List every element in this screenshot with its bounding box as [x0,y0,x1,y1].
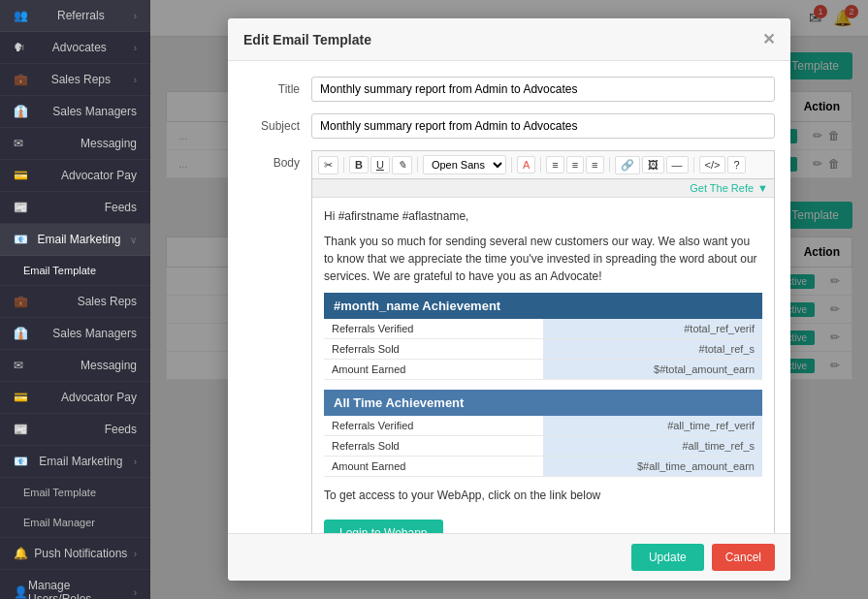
toolbar-indent[interactable]: ≡ [586,156,603,173]
modal-overlay: Edit Email Template ✕ Title Subject Body [150,0,868,599]
row-value: #total_ref_s [543,339,762,360]
sidebar-item-advocates[interactable]: 🗣 Advocates › [0,32,150,64]
title-field-row: Title [243,77,775,102]
edit-email-template-modal: Edit Email Template ✕ Title Subject Body [228,18,790,581]
toolbar-font-color[interactable]: A [517,156,535,173]
main-content: ✉ 1 🔔 2 Add Email Template Status Action… [150,0,868,599]
toolbar-bold[interactable]: B [349,156,369,173]
alltime-achievement-section: All Time Achievement Referrals Verified … [324,390,762,477]
webapp-text: To get access to your WebApp, click on t… [324,487,762,504]
toolbar-scissors[interactable]: ✂ [318,156,338,174]
sidebar-item-label: Advocator Pay [61,391,137,404]
toolbar-image[interactable]: 🖼 [642,156,664,173]
sidebar-item-label: Sales Reps [51,73,111,86]
close-button[interactable]: ✕ [762,30,775,48]
title-input[interactable] [311,77,775,102]
row-label: Amount Earned [324,457,543,477]
row-value: $#total_amount_earn [543,360,762,380]
sidebar-item-label: Messaging [80,359,137,372]
sidebar-item-label: Email Manager [23,517,95,528]
subject-label: Subject [243,113,311,133]
sidebar-item-feeds[interactable]: 📰 Feeds [0,192,150,224]
login-webapp-button[interactable]: Login to Webapp [324,520,443,533]
sidebar-item-pushnotif[interactable]: 🔔 Push Notifications › [0,538,150,570]
sidebar-item-label: Email Template [23,487,96,498]
modal-footer: Update Cancel [228,533,790,581]
toolbar-sep2 [417,157,418,173]
toolbar-source[interactable]: </> [699,156,726,173]
cancel-button[interactable]: Cancel [712,544,775,571]
bell-icon: 🔔 [14,547,28,560]
chevron-right-icon: › [134,75,137,85]
sidebar-item-label: Sales Managers [52,105,137,118]
row-value: #all_time_ref_s [543,436,762,457]
table-row: Amount Earned $#total_amount_earn [324,360,762,380]
sidebar-item-label: Email Marketing [37,233,120,246]
referrals-icon: 👥 [14,9,28,22]
sidebar-item-label: Push Notifications [34,547,127,560]
sidebar-item-messaging2[interactable]: ✉ Messaging [0,350,150,382]
toolbar-help[interactable]: ? [727,156,745,173]
email2-icon: 📧 [14,455,28,468]
sidebar-item-emailmarketing[interactable]: 📧 Email Marketing ∨ [0,224,150,256]
row-label: Referrals Sold [324,436,543,457]
sidebar-item-emailmarketing2[interactable]: 📧 Email Marketing › [0,446,150,478]
sidebar-item-advocatorpay[interactable]: 💳 Advocator Pay [0,160,150,192]
row-value: #total_ref_verif [543,319,762,339]
chevron-down-icon2: › [134,457,137,467]
sidebar-item-emailtemplate2[interactable]: Email Template [0,478,150,508]
chevron-right-icon: › [134,43,137,53]
chevron-down-icon: ∨ [130,235,137,245]
sidebar-item-manageusers[interactable]: 👤 Manage Users/Roles › [0,570,150,599]
font-family-select[interactable]: Open Sans [423,155,506,174]
feeds2-icon: 📰 [14,423,28,436]
sidebar-item-emailtemplate[interactable]: Email Template [0,256,150,286]
sidebar-item-salesreps[interactable]: 💼 Sales Reps › [0,64,150,96]
toolbar-sep6 [693,157,694,173]
subject-input[interactable] [311,113,775,139]
salesmanagers2-icon: 👔 [14,327,28,340]
toolbar-list-ul[interactable]: ≡ [546,156,563,173]
sidebar-item-messaging[interactable]: ✉ Messaging [0,128,150,160]
sidebar-item-emailmanager[interactable]: Email Manager [0,508,150,538]
email-icon: 📧 [14,233,28,246]
sidebar-item-referrals[interactable]: 👥 Referrals › [0,0,150,32]
sidebar-item-salesmanagers2[interactable]: 👔 Sales Managers [0,318,150,350]
table-row: Referrals Verified #total_ref_verif [324,319,762,339]
toolbar-hr[interactable]: — [666,156,689,173]
sidebar: 👥 Referrals › 🗣 Advocates › 💼 Sales Reps… [0,0,150,599]
toolbar-italic[interactable]: ✎ [392,156,412,174]
sidebar-item-label: Sales Reps [78,295,137,308]
update-button[interactable]: Update [631,544,704,571]
editor-toolbar: ✂ B U ✎ Open Sans A ≡ [311,150,775,178]
pay-icon: 💳 [14,169,28,182]
chevron-right-icon3: › [134,549,137,559]
get-ref-link[interactable]: Get The Refe ▼ [312,179,774,198]
get-ref-text: Get The Refe [690,182,754,194]
email-body-editor[interactable]: Get The Refe ▼ Hi #afirstname #aflastnam… [311,178,775,533]
sidebar-item-advocatorpay2[interactable]: 💳 Advocator Pay [0,382,150,414]
table-row: Referrals Sold #total_ref_s [324,339,762,360]
sidebar-item-salesreps2[interactable]: 💼 Sales Reps [0,286,150,318]
table-row: Referrals Sold #all_time_ref_s [324,436,762,457]
toolbar-underline[interactable]: U [370,156,390,173]
sidebar-item-label: Advocator Pay [61,169,137,182]
toolbar-list-ol[interactable]: ≡ [566,156,584,173]
sidebar-item-label: Sales Managers [52,327,137,340]
modal-body: Title Subject Body ✂ B [228,61,790,533]
alltime-achievement-table: Referrals Verified #all_time_ref_verif R… [324,416,762,477]
row-value: $#all_time_amount_earn [543,457,762,477]
dropdown-arrow-icon: ▼ [757,182,768,194]
sidebar-item-label: Referrals [57,9,105,22]
chevron-right-icon: › [134,11,137,21]
month-achievement-header: #month_name Achievement [324,293,762,319]
sidebar-item-salesmanagers[interactable]: 👔 Sales Managers [0,96,150,128]
sidebar-item-feeds2[interactable]: 📰 Feeds [0,414,150,446]
body-paragraph: Thank you so much for sending several ne… [324,233,762,285]
toolbar-link[interactable]: 🔗 [615,156,640,174]
sidebar-item-label: Feeds [105,201,137,214]
table-row: Referrals Verified #all_time_ref_verif [324,416,762,436]
salesmanagers-icon: 👔 [14,105,28,118]
toolbar-sep3 [511,157,512,173]
month-achievement-section: #month_name Achievement Referrals Verifi… [324,293,762,380]
